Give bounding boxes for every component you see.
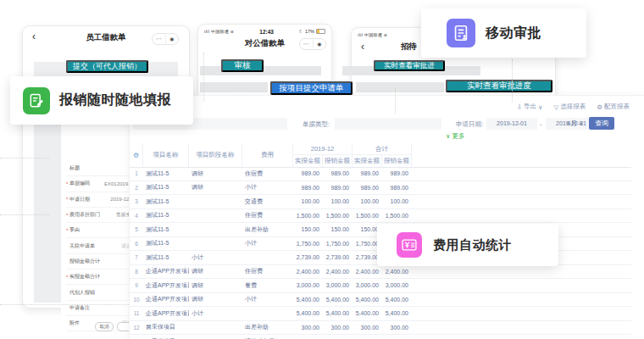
col-project-name: 项目名称 [143,143,189,167]
feature-label: 移动审批 [486,25,541,42]
cancel-button[interactable]: 取消 [95,322,114,331]
cell-total-reimbursed: 100.00 [382,198,412,204]
cell-month-actual: 1,500.00 [293,213,323,219]
form-field-row[interactable]: * 单据编码 EX012019120 [66,176,136,192]
carrier-label: 中国联通 [364,32,382,37]
more-menu-icon[interactable]: ⋯ [153,35,166,43]
config-report-button[interactable]: ⚙ 配置报表 [597,103,630,111]
cell-total-actual: 100.00 [353,198,382,204]
form-field-row[interactable]: * 实报金额合计 [66,270,136,285]
submit-on-behalf-button[interactable]: 提交（可代人报销） [66,60,148,73]
cell-total-reimbursed: 1,500.00 [382,213,412,219]
cell-fee: 住宿费 [242,211,293,220]
cell-project-stage: 调研 [189,183,242,192]
page: ‹ 员工借款单 ⋯ ◉ 标题 [0,0,644,339]
cell-month-actual: 989.00 [293,170,323,176]
cell-fee: 餐费 [242,281,293,290]
form-field-row[interactable]: 标题 [66,161,136,176]
view-approval-progress-button-2[interactable]: 实时查看审批进度 [446,80,552,92]
form-field-row[interactable]: * 费用承担部门 售前实施 [66,208,136,223]
miniprogram-capsule[interactable]: ⋯ ◉ [299,38,326,50]
miniprogram-capsule[interactable]: ⋯ ◉ [152,33,179,45]
cell-month-reimbursed: 2,739.00 [323,254,353,260]
wifi-icon: ≋ [384,32,388,37]
back-icon[interactable]: ‹ [361,41,364,53]
back-icon[interactable]: ‹ [32,31,36,42]
cell-month-reimbursed: 3,000.00 [323,282,353,288]
table-row: 13 翼采保项目 运输服务费 1,200.00 1,200.00 1,200.0… [130,335,631,339]
record-dot-icon[interactable]: ◉ [166,35,179,43]
cell-month-reimbursed: 1,500.00 [323,213,353,219]
subcol-reimbursed-total: 报销金额 [382,155,412,167]
select-report-button[interactable]: ▽ 选择报表 [553,103,586,111]
row-index: 1 [130,170,143,176]
row-index: 11 [130,310,143,316]
cell-project-stage: 调研 [189,267,242,275]
more-menu-icon[interactable]: ⋯ [300,40,314,48]
chevron-down-icon: ∨ [446,132,451,140]
cell-project-stage: 调研 [189,170,242,178]
cell-total-actual: 5,400.00 [353,310,382,316]
field-label: 费用承担部门 [69,211,100,219]
table-row: 11 企通APP开发项目 小计 5,400.00 5,400.00 5,400.… [130,307,631,321]
table-row: 1 测试11-5 调研 住宿费 989.00 989.00 989.00 989… [130,167,631,181]
cell-project-stage: 调研 [189,295,242,303]
cell-fee: 出差补助 [242,323,293,331]
form-field-row[interactable]: * 事由 [66,223,136,238]
cell-month-actual: 3,000.00 [293,282,323,288]
expense-report-panel: ⇩ 导出 ∨ ▽ 选择报表 ⚙ 配置报表 单据类型: 申请日期: 2019-12… [129,95,644,339]
group-total: 合计 [353,143,412,155]
month-select[interactable]: 8月 ∨ [567,119,583,128]
feature-card-auto-statistics: 费用自动统计 [377,224,558,266]
feature-label: 费用自动统计 [433,237,512,253]
cell-month-reimbursed: 5,400.00 [323,297,353,303]
subcol-reimbursed: 报销金额 [323,155,353,167]
cell-month-actual: 5,400.00 [293,297,323,303]
cell-fee: 住宿费 [242,267,293,275]
row-index: 10 [130,297,143,303]
field-label: 关联申请单 [69,242,95,250]
cell-total-actual: 3,000.00 [353,282,382,288]
field-label: 实报金额合计 [69,273,100,281]
phone-right-title: 招待 [401,42,417,53]
more-filters-link[interactable]: ∨ 更多 [446,132,465,141]
export-icon: ⇩ [517,103,522,111]
form-field-row[interactable]: * 申请日期 2019-12-13 [66,192,136,208]
form-field-row[interactable]: 报销金额合计 [66,254,136,270]
cell-project-stage: 小计 [189,309,242,318]
cell-project-name: 测试11-5 [143,197,189,206]
loan-form-fields: 标题 * 单据编码 EX012019120 [66,161,136,331]
approval-clipboard-icon [447,19,475,47]
record-dot-icon[interactable]: ◉ [314,40,326,48]
phone-middle-title: 对公借款单 [245,38,286,49]
group-month: 2019-12 [293,143,353,155]
cell-fee: 出差补助 [242,225,293,234]
form-field-row[interactable]: 申请备注 [66,301,136,316]
cell-project-name: 企通APP开发项目 [143,295,189,303]
form-field-row[interactable]: 代别人报销 [66,285,136,300]
view-approval-progress-button[interactable]: 实时查看审批进 [374,60,445,71]
query-button[interactable]: 查询 [589,117,614,130]
cell-project-name: 测试11-5 [143,253,189,262]
cell-total-reimbursed: 5,400.00 [382,310,412,316]
cell-month-reimbursed: 150.00 [323,226,353,232]
cell-project-name: 测试11-5 [143,211,189,220]
dotted-guide [512,59,513,102]
date-from-input[interactable]: 2019-12-01 [486,118,537,130]
form-field-row[interactable]: 关联申请单 请选择 [66,238,136,253]
cell-project-name: 测试11-5 [143,239,189,247]
apply-date-label: 申请日期: [456,120,483,129]
gear-column-icon[interactable]: ⚙ [130,143,143,167]
table-row: 12 翼采保项目 出差补助 300.00 300.00 300.00 300.0… [130,321,631,336]
dotted-guide [395,88,396,114]
header-filler [412,143,631,167]
submit-by-project-button[interactable]: 按项目提交申请单 [270,81,353,95]
audit-button[interactable]: 审核 [221,59,264,72]
row-index: 6 [130,241,143,247]
cell-total-reimbursed: 3,000.00 [382,282,412,288]
cell-total-reimbursed: 2,400.00 [382,269,412,275]
doc-type-input[interactable] [335,118,441,130]
field-label: 申请日期 [69,196,90,203]
field-label: 标题 [69,164,80,172]
export-menu[interactable]: ⇩ 导出 ∨ [517,103,543,111]
